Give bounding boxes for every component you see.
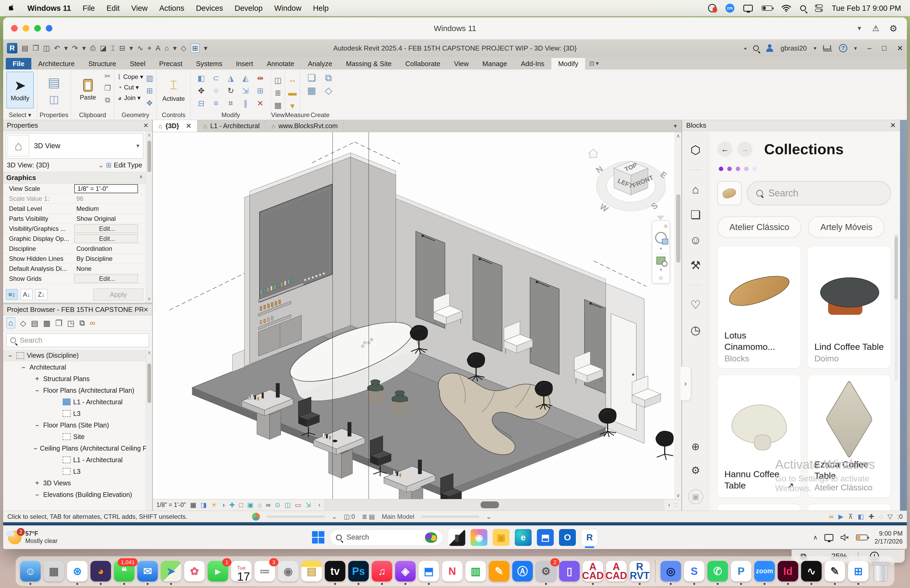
sort-za-button[interactable]: Z↓ <box>35 289 47 300</box>
create-tool-icon[interactable]: ❏ <box>307 73 316 84</box>
rail-icon[interactable]: ⊕ <box>692 442 700 452</box>
battery-icon[interactable] <box>856 535 868 540</box>
options-caret-icon[interactable]: ⌄ <box>486 513 491 520</box>
speaker-muted-icon[interactable] <box>840 533 849 541</box>
view-control-icon[interactable]: ∞ <box>266 501 271 509</box>
tree-item[interactable]: + 3D Views <box>3 477 152 489</box>
dock-app-icon[interactable]: Ⓐ <box>512 561 533 582</box>
qat-tool-icon[interactable]: ▾ <box>64 44 68 52</box>
menubar-item[interactable]: Actions <box>159 4 184 13</box>
cast-display-icon[interactable] <box>824 534 833 541</box>
control-center-icon[interactable] <box>815 5 823 12</box>
browser-tool-icon[interactable]: ◳ <box>67 318 74 328</box>
blocks-search-input[interactable]: Search <box>747 181 891 205</box>
modify-tool-icon[interactable]: ≡ <box>213 99 218 108</box>
sort-default-button[interactable]: ≡↕ <box>6 289 18 300</box>
measure-tool-icon[interactable]: ↔ <box>288 74 297 85</box>
dock-app-icon[interactable]: ⊛ <box>67 561 88 582</box>
vm-warning-icon[interactable]: ⚠ <box>872 24 879 33</box>
modify-tool-icon[interactable]: ⇲ <box>242 86 249 95</box>
property-row[interactable]: Graphic Display Op... Edit... <box>3 234 146 244</box>
view-control-icon[interactable]: ⌂ <box>258 501 262 509</box>
start-button[interactable] <box>312 531 325 544</box>
dock-app-icon[interactable]: tv <box>325 561 346 582</box>
spotlight-search-icon[interactable] <box>800 5 806 11</box>
tray-clock[interactable]: 9:00 PM2/17/2026 <box>874 530 903 545</box>
main-model-select[interactable]: Main Model <box>382 513 414 520</box>
property-row[interactable]: Scale Value 1: 96 <box>3 194 146 204</box>
measure-tool-icon[interactable]: ▾ <box>291 100 295 111</box>
ribbon-tab[interactable]: Massing & Site <box>339 58 398 69</box>
battery-icon[interactable] <box>762 5 772 11</box>
geometry-tool-button[interactable]: ◔ Cut ▾ <box>118 82 143 93</box>
activate-controls-button[interactable]: ⌶ Activate <box>160 72 187 108</box>
vm-settings-gear-icon[interactable]: ⚙ <box>889 23 897 34</box>
product-card[interactable] <box>717 504 801 510</box>
horizontal-scrollbar[interactable] <box>324 499 664 510</box>
qat-tool-icon[interactable]: ▾ <box>129 44 133 52</box>
dock-app-icon[interactable]: ✎ <box>489 561 509 582</box>
view-control-icon[interactable]: ⇲ <box>305 501 311 509</box>
dock-app-icon[interactable]: ≔ 3 <box>255 561 275 582</box>
geometry-extra-icon[interactable]: ❖ <box>146 98 153 108</box>
browser-tool-icon[interactable]: ◇ <box>20 318 26 328</box>
signed-in-user[interactable]: gbrasi20 <box>781 44 807 52</box>
dock-app-icon[interactable]: A CAD <box>583 561 603 582</box>
view-control-icon[interactable]: ✚ <box>230 501 235 509</box>
back-button[interactable]: ← <box>717 142 732 157</box>
tree-item[interactable]: – Floor Plans (Architectural Plan) <box>3 384 152 396</box>
type-selector-caret-icon[interactable]: ▾ <box>136 142 139 149</box>
tree-item[interactable]: – Ceiling Plans (Architectural Ceiling P… <box>3 443 152 454</box>
tree-item[interactable]: L1 - Architectural <box>3 396 152 408</box>
ribbon-tab[interactable]: Manage <box>475 58 514 69</box>
modify-tool-icon[interactable]: ⊞ <box>257 86 263 95</box>
ribbon-tab[interactable]: Steel <box>123 58 152 69</box>
search-help-icon[interactable] <box>753 45 759 51</box>
modify-tool-icon[interactable]: ∥ <box>244 99 247 108</box>
dock-app-icon[interactable]: ▯ <box>559 561 580 582</box>
store-cart-icon[interactable] <box>823 45 832 51</box>
tree-item[interactable]: Site <box>3 431 152 443</box>
worksharing-icon[interactable] <box>252 513 260 521</box>
qat-tool-icon[interactable]: ⊟ <box>119 44 125 52</box>
ribbon-display-toggle-icon[interactable]: ⊡ ▾ <box>589 60 599 69</box>
3d-view-canvas[interactable]: N E S W TOP <box>153 132 681 499</box>
dock-app-icon[interactable]: ◈ <box>395 561 416 582</box>
hscroll-thumb[interactable] <box>480 501 499 508</box>
ribbon-tab[interactable]: Architecture <box>31 58 82 69</box>
qat-tool-icon[interactable]: ⌖ <box>147 44 151 52</box>
qat-tool-icon[interactable]: ◪ <box>100 44 107 52</box>
dock-app-icon[interactable]: ▸ 1 <box>208 561 228 582</box>
qat-tool-icon[interactable]: ▾ <box>82 44 86 52</box>
forward-button[interactable]: → <box>737 142 753 157</box>
menubar-clock[interactable]: Tue Feb 17 9:00 PM <box>832 4 901 13</box>
collection-thumbnail[interactable] <box>717 181 742 205</box>
dock-app-icon[interactable]: ⬒ <box>419 561 439 582</box>
taskbar-app-icon[interactable]: e <box>515 529 532 546</box>
revit-logo-button[interactable]: R <box>7 43 18 53</box>
modify-tool-icon[interactable]: ⊂ <box>213 73 219 82</box>
dock-app-icon[interactable]: ◕ <box>91 561 111 582</box>
vscroll-thumb[interactable] <box>676 194 680 263</box>
display-icon[interactable] <box>744 5 753 11</box>
apple-logo-icon[interactable] <box>9 4 16 12</box>
product-card[interactable] <box>807 504 891 510</box>
ribbon-tab[interactable]: Systems <box>189 58 229 69</box>
qat-tool-icon[interactable]: ⌂ <box>165 44 169 52</box>
modify-tool-icon[interactable]: ◧ <box>197 73 205 82</box>
view-tab[interactable]: ⌂ {3D} ✕ <box>153 120 197 132</box>
apply-button[interactable]: Apply <box>93 289 143 300</box>
ribbon-tab[interactable]: Insert <box>229 58 260 69</box>
tree-item[interactable]: – Views (Discipline) <box>3 350 152 361</box>
property-row[interactable]: Default Analysis Di... None <box>3 264 146 274</box>
graphics-section-header[interactable]: Graphics <box>6 174 36 182</box>
close-blocks-icon[interactable]: ✕ <box>890 121 896 129</box>
user-menu-caret-icon[interactable]: ▾ <box>814 45 816 51</box>
property-row[interactable]: View Scale 1/8" = 1'-0" <box>3 184 146 194</box>
ribbon-tab[interactable]: Add-Ins <box>514 58 551 69</box>
view-tab[interactable]: ⌂ L1 - Architectural <box>197 120 266 132</box>
tray-overflow-icon[interactable]: ∧ <box>813 534 818 541</box>
menubar-item[interactable]: View <box>131 4 147 13</box>
tree-item[interactable]: – Architectural <box>3 361 152 373</box>
product-card[interactable]: Ezana Coffee Table Atelier Clássico <box>807 375 891 498</box>
